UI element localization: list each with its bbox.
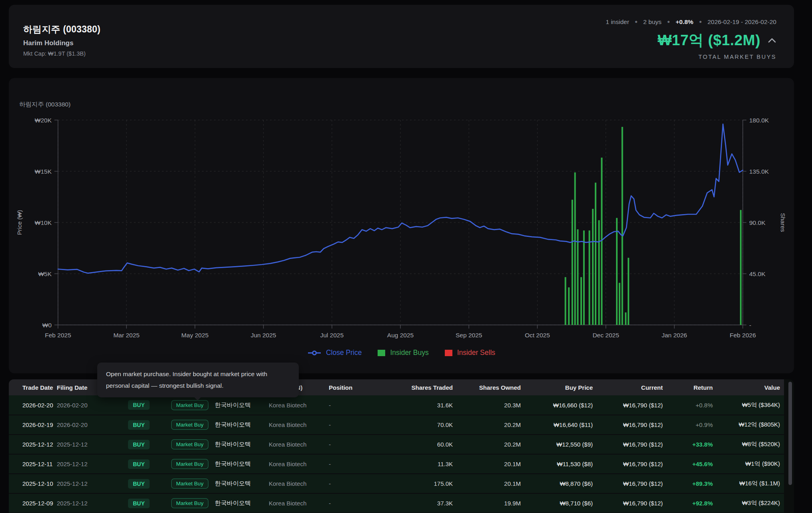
- svg-text:Aug 2025: Aug 2025: [387, 332, 414, 339]
- table-cell: 한국바이오텍: [215, 454, 269, 474]
- table-cell: ₩16억 ($1.1M): [713, 474, 784, 493]
- page: 하림지주 (003380) Harim Holdings Mkt Cap: ₩1…: [0, 0, 812, 513]
- buy-badge[interactable]: BUY: [128, 420, 150, 430]
- legend-item-insider-sells[interactable]: Insider Sells: [445, 349, 495, 357]
- cell-market-buy-badge: Market Buy: [165, 395, 215, 415]
- chart-legend: Close PriceInsider BuysInsider Sells: [9, 349, 794, 357]
- insider-buy-bar: [583, 230, 585, 325]
- column-header[interactable]: Shares Owned: [453, 379, 521, 395]
- column-header[interactable]: Trade Date: [9, 379, 57, 395]
- legend-item-insider-buys[interactable]: Insider Buys: [378, 349, 428, 357]
- cell-market-buy-badge: Market Buy: [165, 415, 215, 435]
- market-buy-badge[interactable]: Market Buy: [171, 459, 208, 469]
- chevron-up-icon[interactable]: [768, 38, 776, 43]
- market-buy-badge[interactable]: Market Buy: [171, 498, 208, 508]
- buy-badge[interactable]: BUY: [128, 499, 150, 508]
- insider-buys-swatch-icon: [378, 350, 385, 356]
- buy-badge[interactable]: BUY: [128, 400, 150, 410]
- table-cell: Korea Biotech: [269, 493, 329, 513]
- insider-buy-bar: [580, 277, 582, 325]
- market-buy-badge[interactable]: Market Buy: [171, 439, 208, 449]
- buy-badge[interactable]: BUY: [128, 459, 150, 469]
- cell-buy-badge: BUY: [113, 454, 165, 474]
- cell-buy-badge: BUY: [113, 395, 165, 415]
- trade-row[interactable]: 2025-12-102025-12-12BUYMarket Buy한국바이오텍K…: [9, 474, 784, 493]
- header-meta-item: +0.8%: [676, 18, 693, 25]
- table-cell: +92.8%: [663, 493, 713, 513]
- column-header[interactable]: Return: [663, 379, 713, 395]
- cell-market-buy-badge: Market Buy: [165, 493, 215, 513]
- table-cell: 한국바이오텍: [215, 415, 269, 435]
- table-cell: 한국바이오텍: [215, 435, 269, 454]
- table-cell: 2025-12-12: [57, 493, 113, 513]
- svg-text:Oct 2025: Oct 2025: [525, 332, 550, 339]
- svg-text:₩20K: ₩20K: [35, 117, 52, 124]
- insider-buy-bar: [572, 200, 573, 325]
- market-cap: Mkt Cap: ₩1.9T ($1.3B): [23, 50, 100, 57]
- legend-item-close-price[interactable]: Close Price: [308, 349, 362, 357]
- trade-row[interactable]: 2025-12-112025-12-12BUYMarket Buy한국바이오텍K…: [9, 454, 784, 474]
- table-cell: +33.8%: [663, 435, 713, 454]
- table-cell: 2026-02-19: [9, 415, 57, 435]
- summary-block: 1 insider●2 buys●+0.8%●2026-02-19 - 2026…: [606, 18, 776, 60]
- table-cell: Korea Biotech: [269, 395, 329, 415]
- table-cell: 2026-02-20: [57, 415, 113, 435]
- buy-badge[interactable]: BUY: [128, 479, 150, 489]
- trade-row[interactable]: 2026-02-192026-02-20BUYMarket Buy한국바이오텍K…: [9, 415, 784, 435]
- svg-text:Mar 2025: Mar 2025: [113, 332, 139, 339]
- cell-market-buy-badge: Market Buy: [165, 435, 215, 454]
- table-cell: 60.0K: [361, 435, 453, 454]
- svg-text:Sep 2025: Sep 2025: [456, 332, 482, 339]
- cell-buy-badge: BUY: [113, 474, 165, 493]
- legend-label: Close Price: [326, 349, 362, 357]
- table-cell: 20.3M: [453, 395, 521, 415]
- column-header[interactable]: Position: [329, 379, 361, 395]
- table-cell: -: [329, 395, 361, 415]
- column-header[interactable]: Shares Traded: [361, 379, 453, 395]
- stock-header-card: 하림지주 (003380) Harim Holdings Mkt Cap: ₩1…: [9, 5, 794, 68]
- column-header[interactable]: Buy Price: [521, 379, 593, 395]
- trade-row[interactable]: 2025-12-092025-12-12BUYMarket Buy한국바이오텍K…: [9, 493, 784, 513]
- meta-separator-dot: ●: [667, 19, 670, 24]
- table-cell: -: [329, 415, 361, 435]
- table-cell: -: [329, 435, 361, 454]
- column-header[interactable]: Current: [593, 379, 663, 395]
- table-cell: ₩16,640 ($11): [521, 415, 593, 435]
- table-cell: 한국바이오텍: [215, 474, 269, 493]
- table-cell: 2026-02-20: [9, 395, 57, 415]
- stock-identity: 하림지주 (003380) Harim Holdings Mkt Cap: ₩1…: [23, 23, 100, 57]
- table-cell: 20.1M: [453, 454, 521, 474]
- table-cell: ₩16,790 ($12): [593, 474, 663, 493]
- trade-row[interactable]: 2025-12-122025-12-12BUYMarket Buy한국바이오텍K…: [9, 435, 784, 454]
- insider-buy-bar: [595, 182, 596, 325]
- table-cell: 한국바이오텍: [215, 395, 269, 415]
- summary-meta: 1 insider●2 buys●+0.8%●2026-02-19 - 2026…: [606, 18, 776, 26]
- buy-badge[interactable]: BUY: [128, 440, 150, 449]
- column-header[interactable]: Value: [713, 379, 784, 395]
- trade-row[interactable]: 2026-02-202026-02-20BUYMarket Buy한국바이오텍K…: [9, 395, 784, 415]
- insider-buy-bar: [616, 218, 618, 325]
- insider-sells-swatch-icon: [445, 350, 452, 356]
- table-cell: 2025-12-09: [9, 493, 57, 513]
- market-buy-badge[interactable]: Market Buy: [171, 420, 208, 430]
- svg-text:Jan 2026: Jan 2026: [662, 332, 687, 339]
- price-chart-svg: ₩20K₩15K₩10K₩5K₩0180.0K135.0K90.0K45.0K-…: [9, 78, 794, 342]
- table-cell: 11.3K: [361, 454, 453, 474]
- svg-text:Shares: Shares: [780, 213, 786, 232]
- table-cell: +89.3%: [663, 474, 713, 493]
- table-cell: ₩12억 ($805K): [713, 415, 784, 435]
- table-scrollbar-thumb[interactable]: [788, 382, 792, 485]
- insider-buy-bar: [592, 209, 594, 325]
- cell-buy-badge: BUY: [113, 493, 165, 513]
- table-cell: 2025-12-12: [57, 474, 113, 493]
- header-meta-item: 2 buys: [643, 18, 662, 25]
- market-buy-tooltip: Open market purchase. Insider bought at …: [97, 363, 299, 397]
- table-cell: 한국바이오텍: [215, 493, 269, 513]
- market-buy-badge[interactable]: Market Buy: [171, 479, 208, 489]
- svg-text:Feb 2025: Feb 2025: [45, 332, 71, 339]
- insider-buy-bar: [628, 258, 629, 325]
- table-cell: ₩1억 ($90K): [713, 454, 784, 474]
- table-cell: 20.2M: [453, 435, 521, 454]
- table-cell: 2025-12-12: [57, 435, 113, 454]
- market-buy-badge[interactable]: Market Buy: [171, 400, 208, 410]
